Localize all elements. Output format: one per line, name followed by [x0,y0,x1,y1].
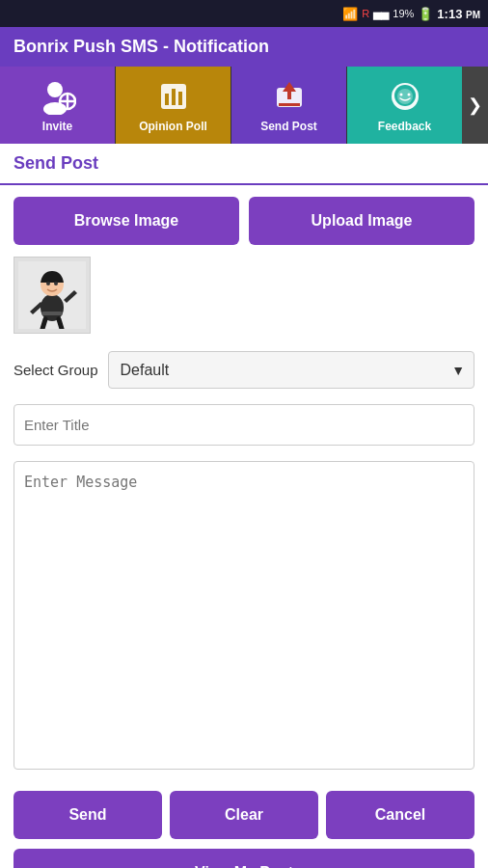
battery-icon: 🔋 [418,7,433,21]
select-group-row: Select Group Default Group 1 Group 2 ▼ [0,343,488,396]
nav-more-arrow[interactable]: ❯ [462,67,488,144]
view-post-row: View My Post [0,849,488,868]
status-icons: 📶 R ▅▅ 19% 🔋 1:13 PM [342,7,480,21]
svg-rect-13 [279,103,300,106]
svg-point-17 [399,94,402,96]
app-title: Bonrix Push SMS - Notification [14,37,269,56]
opinion-poll-icon [154,77,193,116]
time-display: 1:13 PM [437,7,480,21]
invite-icon [39,77,77,116]
browse-image-button[interactable]: Browse Image [14,197,239,245]
svg-point-23 [54,282,58,285]
send-button[interactable]: Send [14,791,162,839]
tab-feedback[interactable]: Feedback [347,67,462,144]
svg-rect-8 [165,94,169,105]
view-my-post-button[interactable]: View My Post [14,849,474,868]
svg-point-20 [41,294,64,321]
svg-point-22 [46,282,50,285]
tab-invite[interactable]: Invite [0,67,116,144]
message-textarea[interactable] [14,461,474,770]
select-group-label: Select Group [14,362,98,378]
svg-point-16 [397,89,413,104]
svg-point-18 [407,94,410,96]
nav-tabs: Invite Opinion Poll Send Post [0,67,488,144]
action-buttons-row: Send Clear Cancel [0,781,488,849]
status-bar: 📶 R ▅▅ 19% 🔋 1:13 PM [0,0,488,27]
wifi-icon: 📶 [342,7,358,21]
signal-bars: ▅▅ [373,8,389,20]
svg-rect-9 [172,89,176,105]
clear-button[interactable]: Clear [170,791,318,839]
tab-opinion-poll-label: Opinion Poll [139,120,207,133]
tab-invite-label: Invite [42,120,72,133]
svg-rect-10 [178,92,182,105]
preview-image [18,261,86,329]
content-area: Send Post Browse Image Upload Image [0,144,488,868]
upload-image-button[interactable]: Upload Image [249,197,474,245]
tab-send-post[interactable]: Send Post [231,67,347,144]
send-post-icon [270,77,309,116]
feedback-icon [386,77,424,116]
image-buttons-row: Browse Image Upload Image [0,185,488,257]
title-input[interactable] [14,404,474,446]
image-preview [14,257,91,334]
tab-send-post-label: Send Post [260,120,317,133]
svg-rect-24 [41,312,63,315]
signal-icon: R [362,8,369,19]
tab-opinion-poll[interactable]: Opinion Poll [116,67,231,144]
select-group-dropdown[interactable]: Default Group 1 Group 2 [108,351,474,389]
section-title: Send Post [0,144,488,185]
tab-feedback-label: Feedback [378,120,431,133]
select-group-wrapper: Default Group 1 Group 2 ▼ [108,351,474,389]
app-header: Bonrix Push SMS - Notification [0,27,488,67]
svg-point-0 [47,82,63,97]
cancel-button[interactable]: Cancel [326,791,474,839]
battery-percent: 19% [393,8,414,19]
